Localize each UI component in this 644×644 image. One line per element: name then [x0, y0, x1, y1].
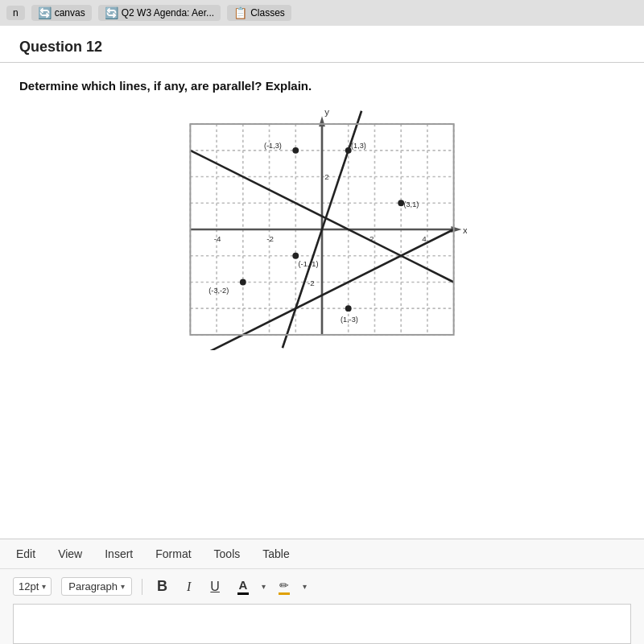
font-color-label: A: [239, 578, 248, 592]
svg-text:(1,3): (1,3): [351, 142, 366, 150]
font-color-button[interactable]: A: [234, 576, 252, 597]
format-bar: 12pt ▾ Paragraph ▾ B I U A ▾ ✏ ▾: [0, 569, 644, 604]
highlight-chevron[interactable]: ▾: [303, 582, 307, 591]
graph-container: x y -4 -2 2 4 2 -2: [19, 109, 625, 350]
svg-text:2: 2: [324, 172, 328, 181]
paragraph-label: Paragraph: [68, 580, 118, 592]
svg-point-42: [292, 253, 299, 259]
tab-classes[interactable]: 📋 Classes: [227, 5, 291, 21]
font-size-selector[interactable]: 12pt ▾: [13, 577, 52, 596]
underline-button[interactable]: U: [205, 577, 225, 597]
tab-canvas[interactable]: 🔄 canvas: [31, 5, 92, 21]
paragraph-chevron: ▾: [121, 582, 125, 591]
italic-button[interactable]: I: [182, 577, 196, 597]
menu-tools[interactable]: Tools: [211, 546, 244, 562]
font-size-value: 12pt: [19, 580, 39, 592]
menu-edit[interactable]: Edit: [13, 546, 39, 562]
svg-text:(-1,3): (-1,3): [264, 142, 282, 150]
question-header: Question 12: [0, 26, 644, 63]
highlight-button[interactable]: ✏: [275, 577, 293, 597]
canvas-icon: 🔄: [38, 6, 52, 19]
svg-text:x: x: [463, 225, 467, 235]
main-content: Question 12 Determine which lines, if an…: [0, 26, 644, 644]
question-title: Question 12: [19, 39, 625, 56]
menu-table[interactable]: Table: [259, 546, 292, 562]
svg-text:-4: -4: [214, 234, 221, 243]
question-body: Determine which lines, if any, are paral…: [0, 63, 644, 539]
answer-input-area[interactable]: [13, 604, 631, 644]
svg-text:-2: -2: [308, 279, 315, 287]
toolbar-divider: [142, 579, 142, 595]
question-text: Determine which lines, if any, are paral…: [19, 79, 625, 93]
font-color-indicator: [237, 592, 249, 595]
svg-point-36: [292, 147, 299, 154]
font-size-chevron: ▾: [42, 582, 46, 591]
svg-text:y: y: [324, 109, 329, 117]
editor-toolbar: Edit View Insert Format Tools Table 12pt…: [0, 539, 644, 644]
svg-marker-23: [319, 116, 325, 126]
menu-insert[interactable]: Insert: [101, 546, 136, 562]
svg-point-46: [345, 305, 352, 312]
tab-q2w3[interactable]: 🔄 Q2 W3 Agenda: Aer...: [98, 5, 221, 21]
bold-button[interactable]: B: [152, 576, 172, 597]
menu-bar: Edit View Insert Format Tools Table: [0, 539, 644, 569]
font-color-chevron[interactable]: ▾: [262, 582, 266, 591]
classes-icon: 📋: [233, 6, 247, 19]
highlight-label: ✏: [279, 579, 289, 592]
svg-point-44: [240, 279, 246, 286]
svg-text:(3,1): (3,1): [403, 200, 419, 208]
menu-format[interactable]: Format: [152, 546, 194, 562]
tab-n[interactable]: n: [6, 6, 25, 20]
highlight-color-indicator: [279, 592, 290, 595]
q2w3-icon: 🔄: [105, 6, 118, 19]
svg-text:(-1,-1): (-1,-1): [299, 260, 319, 268]
svg-text:4: 4: [422, 234, 427, 243]
menu-view[interactable]: View: [55, 546, 85, 562]
tab-bar: n 🔄 canvas 🔄 Q2 W3 Agenda: Aer... 📋 Clas…: [0, 0, 644, 26]
svg-text:(-3,-2): (-3,-2): [208, 287, 229, 295]
coordinate-graph: x y -4 -2 2 4 2 -2: [177, 109, 467, 350]
paragraph-selector[interactable]: Paragraph ▾: [61, 577, 132, 596]
svg-text:-2: -2: [266, 234, 274, 243]
svg-text:(1,-3): (1,-3): [341, 316, 358, 324]
